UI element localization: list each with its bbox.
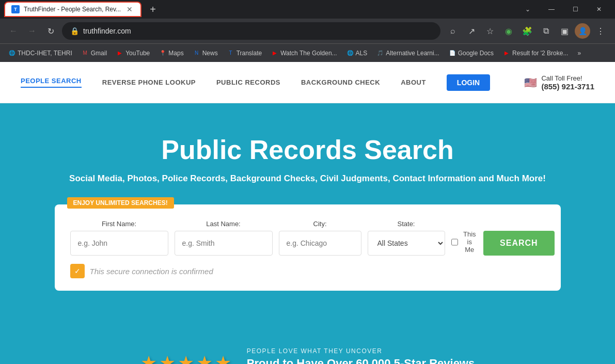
alt-learning-favicon: 🎵 [376,50,384,57]
window-controls: ⌄ — ☐ ✕ [516,0,611,19]
nav-people-search[interactable]: PEOPLE SEARCH [21,77,82,88]
close-button[interactable]: ✕ [587,0,611,19]
share-icon[interactable]: ↗ [463,23,480,39]
bookmark-youtube[interactable]: ▶ YouTube [112,48,154,59]
search-icon[interactable]: ⌕ [445,23,461,39]
last-name-input[interactable] [175,231,273,256]
more-bookmarks-button[interactable]: » [573,48,585,59]
star-5: ★ [215,352,231,365]
page-content: PEOPLE SEARCH REVERSE PHONE LOOKUP PUBLI… [0,62,615,364]
search-button[interactable]: SEARCH [483,231,555,256]
bookmark-translate[interactable]: T Translate [223,48,266,59]
star-3: ★ [178,352,194,365]
bookmark-als-label: ALS [356,50,368,57]
this-is-me-checkbox[interactable] [451,238,458,247]
first-name-input[interactable] [70,231,168,256]
phone-number[interactable]: (855) 921-3711 [541,82,594,91]
tab-title: TruthFinder - People Search, Rev... [24,6,121,13]
nav-public-records[interactable]: PUBLIC RECORDS [216,78,280,86]
phone-section: 🇺🇸 Call Toll Free! (855) 921-3711 [524,74,594,91]
search-fields: First Name: Last Name: City: State: All … [70,220,545,256]
bookmark-news[interactable]: N News [189,48,222,59]
bookmark-result-label: Result for '2 Broke... [512,50,568,57]
reviews-label: PEOPLE LOVE WHAT THEY UNCOVER [247,347,475,355]
maximize-button[interactable]: ☐ [563,0,587,19]
nav-background-check[interactable]: BACKGROUND CHECK [301,78,380,86]
chrome-icon[interactable]: ◉ [500,23,517,39]
chevron-button[interactable]: ⌄ [516,0,540,19]
star-1: ★ [140,352,157,365]
hero-section: Public Records Search Social Media, Phot… [0,103,615,332]
new-tab-button[interactable]: + [146,2,160,17]
menu-icon[interactable]: ⋮ [592,23,609,39]
result-favicon: ▶ [503,50,510,57]
reviews-text-block: PEOPLE LOVE WHAT THEY UNCOVER Proud to H… [247,347,475,364]
bookmark-gmail-label: Gmail [91,50,107,57]
search-box: ENJOY UNLIMITED SEARCHES! First Name: La… [55,204,561,291]
refresh-button[interactable]: ↻ [43,24,58,38]
tab-favicon: T [11,5,20,13]
bookmark-google-docs[interactable]: 📄 Google Docs [445,48,498,59]
bookmark-gmail[interactable]: M Gmail [77,48,111,59]
golden-favicon: ▶ [271,50,278,57]
reviews-section: ★ ★ ★ ★ ★ PEOPLE LOVE WHAT THEY UNCOVER … [0,332,615,364]
bookmark-star-icon[interactable]: ☆ [482,23,498,39]
state-group: State: All States [368,220,445,256]
last-name-label: Last Name: [175,220,273,228]
first-name-label: First Name: [70,220,168,228]
youtube-favicon: ▶ [116,50,123,57]
city-label: City: [279,220,361,228]
nav-about[interactable]: ABOUT [401,78,426,86]
profile-avatar[interactable]: 👤 [575,23,590,39]
secure-row: ✓ This secure connection is confirmed [70,264,545,278]
bookmark-gdocs-label: Google Docs [458,50,494,57]
sidebar-icon[interactable]: ▣ [556,23,573,39]
reviews-headline: Proud to Have Over 60,000 5-Star Reviews [247,357,475,364]
bookmark-alt-learning[interactable]: 🎵 Alternative Learni... [372,48,443,59]
star-2: ★ [159,352,176,365]
lock-badge-icon: ✓ [70,264,85,278]
puzzle-icon[interactable]: ⧉ [538,23,554,39]
state-label: State: [368,220,445,228]
bookmark-maps[interactable]: 📍 Maps [155,48,187,59]
this-is-me-label: This is Me [462,230,478,254]
bookmark-golden[interactable]: ▶ Watch The Golden... [267,48,341,59]
minimize-button[interactable]: — [540,0,563,19]
bookmark-als[interactable]: 🌐 ALS [342,48,372,59]
toolbar-icons: ⌕ ↗ ☆ ◉ 🧩 ⧉ ▣ 👤 ⋮ [445,23,609,39]
secure-text: This secure connection is confirmed [90,267,213,276]
extensions-icon[interactable]: 🧩 [519,23,535,39]
url-bar[interactable]: 🔒 truthfinder.com [62,22,440,40]
stars-container: ★ ★ ★ ★ ★ [140,352,231,365]
active-tab[interactable]: T TruthFinder - People Search, Rev... ✕ [4,2,141,17]
gdocs-favicon: 📄 [449,50,456,57]
bookmark-thdc-label: THDC-IHET, TEHRI [18,50,72,57]
first-name-group: First Name: [70,220,168,256]
nav-reverse-phone[interactable]: REVERSE PHONE LOOKUP [102,78,196,86]
last-name-group: Last Name: [175,220,273,256]
lock-icon: 🔒 [70,27,79,35]
bookmark-news-label: News [202,50,218,57]
back-button[interactable]: ← [6,24,21,38]
bookmarks-bar: 🌐 THDC-IHET, TEHRI M Gmail ▶ YouTube 📍 M… [0,43,615,62]
url-text: truthfinder.com [83,27,432,35]
forward-button[interactable]: → [25,24,39,38]
translate-favicon: T [227,50,234,57]
state-select[interactable]: All States [368,231,445,256]
title-bar: T TruthFinder - People Search, Rev... ✕ … [0,0,615,19]
bookmark-youtube-label: YouTube [125,50,150,57]
city-input[interactable] [279,231,361,256]
phone-label: Call Toll Free! [541,74,594,82]
login-button[interactable]: LOGIN [447,74,490,91]
bookmark-result[interactable]: ▶ Result for '2 Broke... [499,48,572,59]
address-bar: ← → ↻ 🔒 truthfinder.com ⌕ ↗ ☆ ◉ 🧩 ⧉ ▣ 👤 … [0,19,615,43]
bookmark-maps-label: Maps [168,50,183,57]
star-4: ★ [196,352,213,365]
enjoy-badge: ENJOY UNLIMITED SEARCHES! [67,197,174,209]
bookmark-golden-label: Watch The Golden... [280,50,337,57]
thdc-favicon: 🌐 [8,50,15,57]
bookmark-thdc[interactable]: 🌐 THDC-IHET, TEHRI [4,48,76,59]
hero-title: Public Records Search [161,134,453,165]
this-is-me-container: This is Me [451,230,478,256]
tab-close-button[interactable]: ✕ [125,5,134,14]
